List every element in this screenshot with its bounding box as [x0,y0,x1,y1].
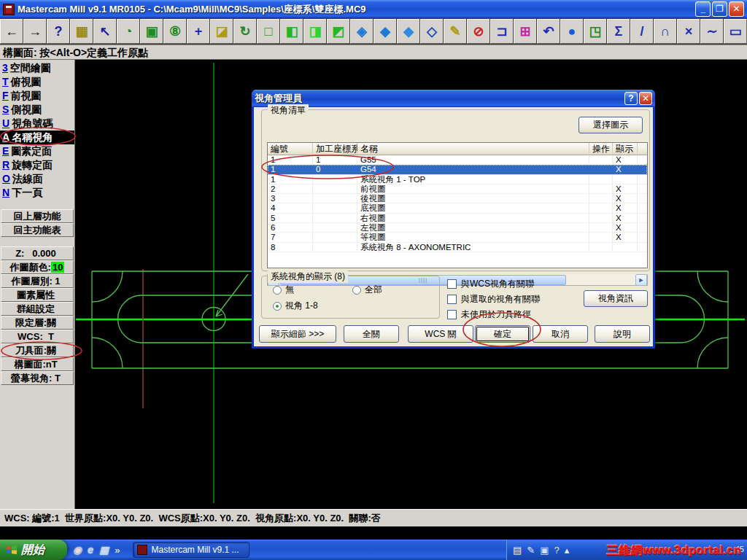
export-solids-icon[interactable]: ◳ [584,19,607,44]
table-row[interactable]: 4 底視圖 X [268,203,647,213]
sidebar-item-named-views[interactable]: A名稱視角 [0,131,74,144]
table-row[interactable]: 6 左視圖 X [268,223,647,233]
sidebar-item-rotate-plane[interactable]: R旋轉定面 [0,158,74,172]
view-info-button[interactable]: 視角資訊 [584,290,648,307]
table-row[interactable]: 7 等視圖 X [268,233,647,242]
gview-side-cube-icon[interactable]: ◩ [327,19,350,44]
dialog-titlebar[interactable]: 視角管理員 ? ✕ [252,90,655,107]
checkbox-selected-view-associated[interactable]: 與選取的視角有關聯 [447,293,540,306]
backup-button[interactable]: 回上層功能 [1,209,74,223]
checkbox-wcs-associated[interactable]: 與WCS視角有關聯 [447,278,534,290]
wcs-off-button[interactable]: WCS 關 [408,325,473,343]
gview-front-cube-icon[interactable]: ◨ [303,19,327,44]
level-button[interactable]: 作圖層別: 1 [1,274,74,288]
cancel-button[interactable]: 取消 [533,325,588,343]
dialog-help-button[interactable]: ? [624,92,638,105]
radio-none[interactable]: 無 [273,284,294,296]
hide-tray-icon[interactable]: ▴ [565,545,570,555]
rectangle-icon[interactable]: ▭ [724,19,747,44]
gview-top-cube-icon[interactable]: ◧ [280,19,303,44]
repaint-icon[interactable]: ◪ [210,19,233,44]
sidebar-item-top-view[interactable]: T俯視圖 [0,75,74,89]
table-row[interactable]: 1 0 G54 X [268,165,647,174]
column-header-name[interactable]: 名稱 [357,143,589,155]
gview-iso-cube-icon[interactable]: ◈ [350,19,374,44]
quick-launch-overflow[interactable]: » [115,545,120,556]
sidebar-item-entity-plane[interactable]: E圖素定面 [0,144,74,158]
wcs-button[interactable]: WCS: T [1,330,74,343]
zoom-scale-icon[interactable]: ⑧ [163,19,187,44]
internet-explorer-icon[interactable]: e [88,544,93,556]
keyboard-icon[interactable]: ▤ [513,545,522,555]
cplane-cube-1-icon[interactable]: ◆ [374,19,397,44]
line-icon[interactable]: / [630,19,654,44]
screen-view-button[interactable]: 螢幕視角: T [1,371,74,385]
help-icon[interactable]: ? [47,19,70,44]
taskbar-task-button[interactable]: Mastercam Mill v9.1 ... [133,542,249,558]
sidebar-item-view-number[interactable]: U視角號碼 [0,117,74,131]
forward-arrow-icon[interactable]: → [23,19,47,44]
table-row[interactable]: 1 1 G55 X [268,155,647,165]
sidebar-item-side-view[interactable]: S側視圖 [0,103,74,117]
ime-pad-icon[interactable]: ▣ [540,545,549,555]
select-icon-button[interactable]: 選擇圖示 [578,117,643,133]
main-menu-button[interactable]: 回主功能表 [1,223,74,237]
draw-color-button[interactable]: 作圖顏色:10 [1,260,74,274]
checkbox-not-used-toolpath[interactable]: 未使用於刀具路徑 [447,308,531,321]
table-row[interactable]: 1 系統視角 1 - TOP [268,175,647,184]
curve-icon[interactable]: × [677,19,700,44]
column-header-work-cs[interactable]: 加工座標系 [313,143,357,155]
ok-button[interactable]: 確定 [475,325,530,343]
sidebar-item-front-view[interactable]: F前視圖 [0,89,74,103]
pencil-icon[interactable]: ✎ [444,19,467,44]
table-row[interactable]: 8 系統視角 8 - AXONOMETRIC [268,243,647,252]
group-settings-button[interactable]: 群組設定 [1,302,74,316]
spline-icon[interactable]: ∼ [700,19,724,44]
file-cabinet-icon[interactable]: ▦ [70,19,93,44]
gview-wireframe-cube-icon[interactable]: □ [257,19,280,44]
table-row[interactable]: 5 右視圖 X [268,214,647,223]
column-header-display[interactable]: 顯示 [613,143,638,155]
rotate-view-icon[interactable]: ↻ [233,19,257,44]
arc-icon[interactable]: ∩ [654,19,677,44]
display-details-button[interactable]: 顯示細節 >>> [259,325,336,343]
zoom-window-icon[interactable]: ▣ [140,19,163,44]
column-header-number[interactable]: 編號 [268,143,313,155]
zoom-dynamic-icon[interactable]: ◔ [117,19,140,44]
paste-icon[interactable]: ⊞ [514,19,537,44]
back-arrow-icon[interactable]: ← [0,19,23,44]
delete-icon[interactable]: ⊘ [467,19,490,44]
tray-help-icon[interactable]: ? [554,545,560,555]
pen-icon[interactable]: ✎ [527,545,535,555]
scroll-right-arrow[interactable]: ► [635,274,647,286]
dialog-close-button[interactable]: ✕ [639,92,652,105]
sidebar-item-next-page[interactable]: N下一頁 [0,186,74,200]
radio-views-1-8[interactable]: 視角 1-8 [273,300,318,312]
copy-icon[interactable]: ⊐ [490,19,514,44]
minimize-button[interactable]: _ [695,1,711,17]
column-header-operation[interactable]: 操作 [589,143,613,155]
close-button[interactable]: ✕ [729,1,744,17]
table-row[interactable]: 2 前視圖 X [268,184,647,194]
pan-icon[interactable]: + [187,19,210,44]
attributes-button[interactable]: 圖素屬性 [1,288,74,302]
restore-button[interactable]: ❐ [712,1,727,17]
sidebar-item-3d-construction[interactable]: 3空間繪圖 [0,61,74,75]
cursor-help-icon[interactable]: ↖ [93,19,117,44]
radio-all[interactable]: 全部 [352,284,382,296]
tool-plane-button[interactable]: 刀具面:關 [1,343,74,357]
sigma-icon[interactable]: Σ [607,19,630,44]
undo-icon[interactable]: ↶ [537,19,560,44]
sidebar-item-normal-plane[interactable]: O法線面 [0,172,74,186]
construction-plane-button[interactable]: 構圖面:nT [1,357,74,371]
app-window-icon[interactable]: ▦ [99,544,109,556]
sphere-icon[interactable]: ● [560,19,584,44]
help-button[interactable]: 說明 [595,325,650,343]
media-player-icon[interactable]: ◉ [73,544,82,556]
table-row[interactable]: 3 後視圖 X [268,194,647,203]
cplane-cube-2-icon[interactable]: ◆ [397,19,420,44]
limit-level-button[interactable]: 限定層:關 [1,316,74,330]
cplane-cube-3-icon[interactable]: ◇ [420,19,444,44]
z-depth-button[interactable]: Z: 0.000 [1,246,74,260]
start-button[interactable]: 開始 [0,540,67,560]
